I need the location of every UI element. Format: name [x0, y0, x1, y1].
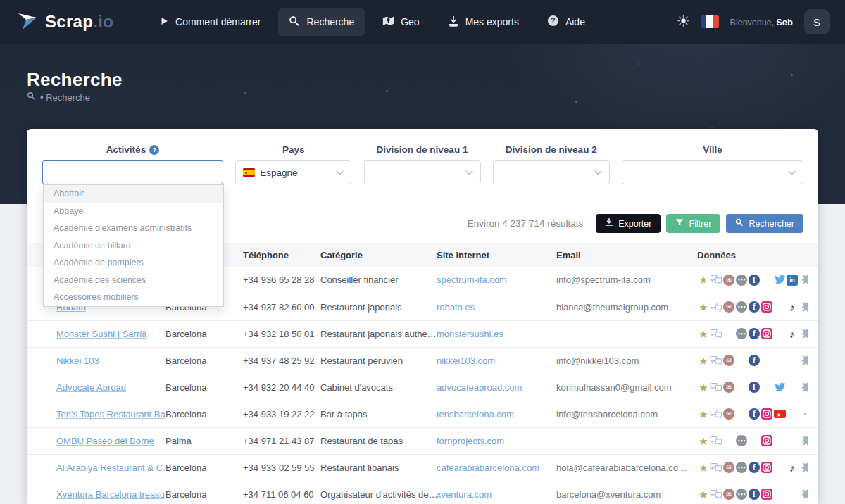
envelope-icon[interactable]: ✉ — [722, 300, 735, 314]
envelope-icon[interactable]: ✉ — [722, 407, 735, 421]
nav-item-recherche[interactable]: Recherche — [278, 8, 365, 36]
chat-icon[interactable] — [710, 460, 722, 474]
dots-icon[interactable]: ⋯ — [735, 300, 748, 314]
filter-button[interactable]: Filtrer — [666, 214, 720, 233]
partial-icon[interactable] — [799, 353, 811, 367]
website-link[interactable]: spectrum-ifa.com — [437, 275, 507, 285]
envelope-icon[interactable]: ✉ — [722, 273, 735, 287]
export-button[interactable]: Exporter — [596, 214, 661, 233]
chat-icon[interactable] — [710, 300, 722, 314]
business-name-link[interactable]: OMBU Paseo del Borne — [56, 436, 154, 446]
facebook-icon[interactable]: f — [748, 460, 760, 474]
website-link[interactable]: robata.es — [437, 302, 475, 313]
tiktok-icon[interactable]: ♪ — [786, 327, 799, 341]
partial-icon[interactable] — [799, 300, 811, 314]
dots-icon[interactable]: ⋯ — [735, 434, 748, 448]
envelope-icon[interactable]: ✉ — [722, 353, 735, 367]
star-icon[interactable]: ★ — [697, 327, 710, 341]
facebook-icon[interactable]: f — [748, 353, 760, 367]
instagram-icon[interactable] — [760, 434, 773, 448]
partial-icon[interactable] — [799, 327, 811, 341]
nav-item-comment-demarrer[interactable]: Comment démarrer — [149, 9, 271, 35]
instagram-icon[interactable] — [760, 407, 773, 421]
language-flag-fr[interactable] — [701, 15, 719, 28]
dot-icon[interactable] — [799, 407, 811, 421]
chat-icon[interactable] — [710, 380, 722, 394]
website-link[interactable]: nikkei103.com — [437, 355, 495, 366]
chat-icon[interactable] — [710, 327, 722, 341]
facebook-icon[interactable]: f — [748, 300, 760, 314]
website-link[interactable]: advocateabroad.com — [437, 382, 522, 393]
dropdown-option[interactable]: Abattoir — [44, 185, 223, 203]
chat-icon[interactable] — [710, 487, 722, 501]
theme-sun-icon[interactable] — [677, 15, 689, 30]
dropdown-option[interactable]: Accessoires mobiliers — [44, 289, 223, 306]
activities-input[interactable]: Abattoir Abbaye Académie d'examens admin… — [42, 160, 223, 184]
nav-item-aide[interactable]: ? Aide — [537, 8, 596, 36]
website-link[interactable]: tensbarcelona.com — [437, 409, 514, 420]
star-icon[interactable]: ★ — [697, 487, 710, 501]
star-icon[interactable]: ★ — [697, 353, 710, 367]
dropdown-option[interactable]: Académie de pompiers — [44, 254, 223, 272]
star-half-icon[interactable]: ★★ — [697, 273, 710, 287]
search-button[interactable]: Rechercher — [726, 214, 803, 233]
avatar[interactable]: S — [804, 9, 830, 34]
brand-logo[interactable]: Scrap.io — [15, 9, 113, 34]
dropdown-option[interactable]: Abbaye — [44, 203, 223, 220]
facebook-icon[interactable]: f — [748, 487, 760, 501]
star-icon[interactable]: ★ — [697, 407, 710, 421]
instagram-icon[interactable] — [760, 327, 773, 341]
facebook-icon[interactable]: f — [748, 380, 760, 394]
instagram-icon[interactable] — [760, 300, 773, 314]
chat-icon[interactable] — [710, 434, 722, 448]
division1-select[interactable] — [364, 160, 481, 184]
tiktok-icon[interactable]: ♪ — [786, 300, 799, 314]
activities-help-icon[interactable]: ? — [149, 145, 159, 155]
division2-select[interactable] — [493, 160, 610, 184]
city-select[interactable] — [622, 160, 803, 184]
website-link[interactable]: fornprojects.com — [437, 436, 504, 446]
website-link[interactable]: monstersushi.es — [437, 329, 503, 339]
dots-icon[interactable]: ⋯ — [735, 327, 748, 341]
dots-icon[interactable]: ⋯ — [735, 273, 748, 287]
dropdown-option[interactable]: Académie des sciences — [44, 272, 223, 289]
business-name-link[interactable]: Advocate Abroad — [56, 382, 126, 393]
partial-icon[interactable] — [799, 487, 811, 501]
business-name-link[interactable]: Xventura Barcelona treasu… — [56, 489, 165, 500]
envelope-icon[interactable]: ✉ — [722, 460, 735, 474]
chat-icon[interactable] — [710, 353, 722, 367]
star-icon[interactable]: ★ — [697, 460, 710, 474]
instagram-icon[interactable] — [760, 487, 773, 501]
dots-icon[interactable]: ⋯ — [735, 460, 748, 474]
dropdown-option[interactable]: Académie d'examens administratifs — [44, 220, 223, 237]
facebook-icon[interactable]: f — [748, 273, 760, 287]
partial-icon[interactable] — [799, 434, 811, 448]
nav-item-mes-exports[interactable]: Mes exports — [437, 8, 530, 36]
twitter-icon[interactable] — [773, 380, 786, 394]
star-icon[interactable]: ★ — [697, 300, 710, 314]
partial-icon[interactable] — [799, 380, 811, 394]
country-select[interactable]: Espagne — [235, 160, 351, 184]
envelope-icon[interactable]: ✉ — [722, 487, 735, 501]
business-name-link[interactable]: Ten's Tapes Restaurant Bar… — [56, 409, 165, 420]
star-icon[interactable]: ★ — [697, 380, 710, 394]
business-name-link[interactable]: Monster Sushi | Sarrià — [56, 329, 146, 339]
partial-icon[interactable] — [799, 273, 811, 287]
business-name-link[interactable]: Nikkei 103 — [56, 355, 99, 366]
tiktok-icon[interactable]: ♪ — [786, 460, 799, 474]
website-link[interactable]: cafearabiabarcelona.com — [437, 462, 539, 473]
chat-icon[interactable] — [710, 273, 722, 287]
website-link[interactable]: xventura.com — [437, 489, 492, 500]
linkedin-icon[interactable]: in — [786, 273, 799, 287]
business-name-link[interactable]: Al Arabiya Restaurant & C… — [56, 462, 165, 473]
envelope-icon[interactable]: ✉ — [722, 380, 735, 394]
instagram-icon[interactable] — [760, 460, 773, 474]
facebook-icon[interactable]: f — [748, 407, 760, 421]
twitter-icon[interactable] — [773, 273, 786, 287]
facebook-icon[interactable]: f — [748, 327, 760, 341]
partial-icon[interactable] — [799, 460, 811, 474]
star-icon[interactable]: ★ — [697, 434, 710, 448]
dropdown-option[interactable]: Académie de billard — [44, 237, 223, 255]
youtube-icon[interactable]: ▶ — [773, 407, 786, 421]
dots-icon[interactable]: ⋯ — [735, 487, 748, 501]
